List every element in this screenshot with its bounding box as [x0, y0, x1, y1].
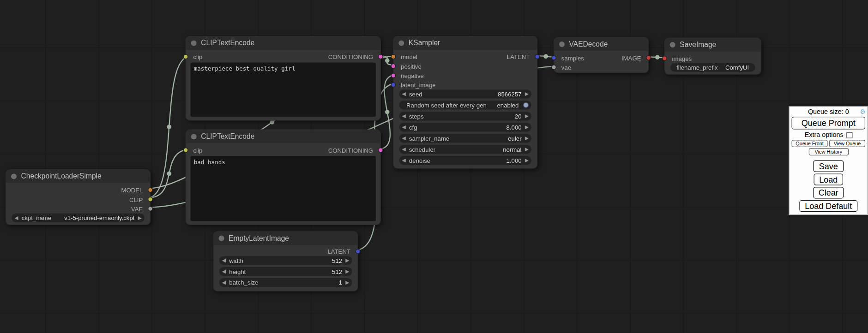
input-slot-images[interactable]: [662, 56, 667, 61]
toggle-icon[interactable]: [523, 102, 529, 108]
widget-value: normal: [503, 146, 521, 153]
load-button[interactable]: Load: [814, 173, 843, 185]
input-slot-positive[interactable]: [391, 64, 396, 69]
node-title[interactable]: EmptyLatentImage: [214, 232, 358, 245]
output-label-clip: CLIP: [129, 196, 143, 202]
widget-label: filename_prefix: [676, 64, 717, 71]
collapse-dot-icon[interactable]: [11, 173, 17, 179]
input-label-clip: clip: [193, 147, 202, 153]
output-slot-model[interactable]: [148, 187, 153, 192]
widget-steps[interactable]: ◀ steps 20 ▶: [399, 112, 531, 120]
increment-arrow-icon[interactable]: ▶: [525, 158, 529, 163]
node-title-label: SaveImage: [680, 41, 716, 49]
increment-arrow-icon[interactable]: ▶: [345, 258, 349, 263]
link-midpoint-dot: [167, 125, 171, 129]
node-clip-text-encode-negative[interactable]: CLIPTextEncode clip CONDITIONING bad han…: [186, 130, 381, 225]
increment-arrow-icon[interactable]: ▶: [525, 147, 529, 152]
extra-options-checkbox[interactable]: [846, 132, 852, 138]
clear-button[interactable]: Clear: [813, 187, 844, 198]
increment-arrow-icon[interactable]: ▶: [525, 113, 529, 119]
decrement-arrow-icon[interactable]: ◀: [402, 136, 405, 141]
input-slot-negative[interactable]: [391, 73, 396, 78]
node-vae-decode[interactable]: VAEDecode IMAGE samples vae: [554, 37, 649, 73]
collapse-dot-icon[interactable]: [670, 42, 675, 48]
widget-seed[interactable]: ◀ seed 8566257 ▶: [399, 89, 531, 98]
input-slot-samples[interactable]: [551, 55, 556, 60]
widget-value: 20: [515, 113, 522, 119]
widget-batch-size[interactable]: ◀ batch_size 1 ▶: [219, 278, 352, 287]
widget-denoise[interactable]: ◀ denoise 1.000 ▶: [399, 156, 531, 165]
widget-scheduler[interactable]: ◀ scheduler normal ▶: [399, 145, 531, 154]
collapse-dot-icon[interactable]: [219, 236, 224, 241]
node-title-label: EmptyLatentImage: [229, 234, 289, 242]
output-slot-clip[interactable]: [148, 197, 153, 202]
node-ksampler[interactable]: KSampler LATENT model positive negative …: [393, 36, 537, 169]
widget-ckpt-name[interactable]: ◀ ckpt_name v1-5-pruned-emaonly.ckpt ▶: [12, 214, 145, 222]
output-slot-vae[interactable]: [148, 206, 153, 211]
decrement-arrow-icon[interactable]: ◀: [402, 147, 405, 152]
output-slot-conditioning[interactable]: [378, 148, 383, 153]
increment-arrow-icon[interactable]: ▶: [345, 269, 349, 274]
output-label-conditioning: CONDITIONING: [328, 147, 373, 153]
node-clip-text-encode-positive[interactable]: CLIPTextEncode clip CONDITIONING masterp…: [186, 36, 381, 120]
node-checkpoint-loader[interactable]: CheckpointLoaderSimple MODEL CLIP VAE ◀ …: [6, 169, 151, 225]
decrement-arrow-icon[interactable]: ◀: [402, 91, 405, 96]
widget-sampler-name[interactable]: ◀ sampler_name euler ▶: [399, 134, 531, 143]
input-slot-model[interactable]: [391, 54, 396, 59]
widget-cfg[interactable]: ◀ cfg 8.000 ▶: [399, 123, 531, 131]
collapse-dot-icon[interactable]: [191, 134, 197, 139]
widget-label: width: [229, 257, 243, 264]
increment-arrow-icon[interactable]: ▶: [525, 125, 529, 130]
extra-options-label: Extra options: [805, 131, 844, 139]
node-title[interactable]: CheckpointLoaderSimple: [6, 170, 150, 183]
collapse-dot-icon[interactable]: [559, 42, 565, 47]
queue-prompt-button[interactable]: Queue Prompt: [792, 117, 865, 130]
widget-random-seed-toggle[interactable]: Random seed after every gen enabled: [399, 101, 531, 109]
settings-gear-icon[interactable]: ⚙: [860, 108, 866, 116]
node-title[interactable]: VAEDecode: [554, 38, 648, 51]
input-slot-clip[interactable]: [183, 54, 188, 59]
input-slot-vae[interactable]: [551, 65, 556, 70]
save-button[interactable]: Save: [814, 161, 844, 172]
output-slot-latent[interactable]: [356, 249, 361, 254]
view-history-button[interactable]: View History: [808, 148, 848, 155]
node-title[interactable]: CLIPTextEncode: [186, 36, 380, 50]
prompt-textarea[interactable]: bad hands: [190, 156, 376, 221]
prompt-textarea[interactable]: masterpiece best quality girl: [190, 62, 376, 117]
decrement-arrow-icon[interactable]: ◀: [402, 125, 405, 130]
collapse-dot-icon[interactable]: [191, 41, 197, 46]
decrement-arrow-icon[interactable]: ◀: [222, 280, 226, 285]
input-slot-latent-image[interactable]: [391, 83, 396, 88]
output-label-vae: VAE: [131, 205, 143, 212]
input-label-vae: vae: [561, 64, 571, 70]
node-title[interactable]: KSampler: [393, 36, 537, 50]
increment-arrow-icon[interactable]: ▶: [525, 136, 529, 141]
node-graph-canvas[interactable]: CheckpointLoaderSimple MODEL CLIP VAE ◀ …: [0, 0, 868, 333]
increment-arrow-icon[interactable]: ▶: [138, 215, 142, 220]
collapse-dot-icon[interactable]: [398, 41, 404, 46]
input-label-positive: positive: [401, 63, 422, 69]
node-title[interactable]: CLIPTextEncode: [186, 130, 380, 143]
widget-filename-prefix[interactable]: filename_prefix ComfyUI: [670, 63, 755, 72]
decrement-arrow-icon[interactable]: ◀: [222, 269, 226, 274]
decrement-arrow-icon[interactable]: ◀: [402, 113, 405, 119]
node-save-image[interactable]: SaveImage images filename_prefix ComfyUI: [664, 38, 761, 75]
node-title[interactable]: SaveImage: [665, 38, 760, 52]
input-label-clip: clip: [193, 54, 202, 60]
increment-arrow-icon[interactable]: ▶: [345, 280, 349, 285]
increment-arrow-icon[interactable]: ▶: [525, 91, 529, 96]
output-slot-conditioning[interactable]: [378, 54, 383, 59]
decrement-arrow-icon[interactable]: ◀: [222, 258, 226, 263]
widget-height[interactable]: ◀ height 512 ▶: [219, 267, 352, 276]
node-empty-latent-image[interactable]: EmptyLatentImage LATENT ◀ width 512 ▶ ◀ …: [213, 231, 358, 291]
decrement-arrow-icon[interactable]: ◀: [402, 158, 405, 163]
widget-value: enabled: [497, 102, 519, 108]
view-queue-button[interactable]: View Queue: [829, 140, 865, 147]
input-slot-clip[interactable]: [183, 148, 188, 153]
load-default-button[interactable]: Load Default: [799, 200, 857, 212]
widget-width[interactable]: ◀ width 512 ▶: [219, 256, 352, 265]
queue-front-button[interactable]: Queue Front: [792, 140, 828, 147]
input-label-model: model: [401, 54, 417, 60]
widget-value: ComfyUI: [725, 64, 749, 71]
decrement-arrow-icon[interactable]: ◀: [14, 215, 18, 220]
